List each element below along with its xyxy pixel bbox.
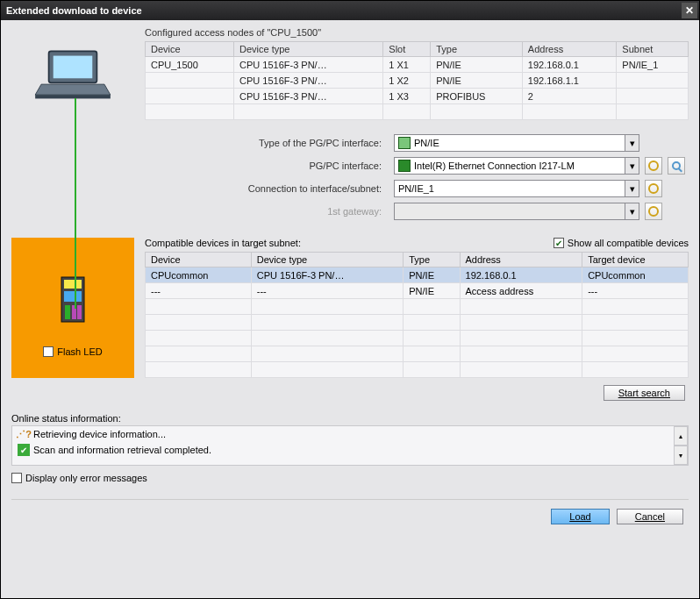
pg-pc-graphic	[11, 27, 134, 120]
checkbox-icon	[43, 346, 54, 357]
pgpc-label: PG/PC interface:	[161, 160, 389, 171]
laptop-icon	[33, 48, 112, 101]
conn-value: PN/IE_1	[398, 183, 434, 194]
table-row[interactable]: CPU 1516F-3 PN/… 1 X2 PN/IE 192.168.1.1	[146, 73, 689, 89]
col-address[interactable]: Address	[460, 253, 582, 267]
checkbox-icon	[11, 473, 22, 483]
col-type[interactable]: Type	[431, 42, 523, 57]
conn-label: Connection to interface/subnet:	[161, 183, 389, 194]
compat-caption: Compatible devices in target subnet:	[145, 238, 301, 248]
conn-config-button[interactable]	[645, 180, 662, 197]
status-text: Scan and information retrieval completed…	[33, 445, 211, 455]
show-all-checkbox[interactable]: ✔ Show all compatible devices	[554, 238, 689, 248]
gateway-config-button[interactable]	[645, 203, 662, 220]
col-address[interactable]: Address	[522, 42, 617, 57]
scroll-up-icon[interactable]: ▴	[674, 426, 688, 446]
nic-icon	[398, 160, 411, 172]
pgpc-find-button[interactable]	[668, 157, 685, 175]
conn-select[interactable]: PN/IE_1 ▾	[394, 180, 639, 197]
table-row	[146, 315, 689, 331]
pnie-icon	[398, 137, 411, 149]
svg-rect-6	[65, 305, 70, 319]
plc-module-icon	[60, 275, 86, 324]
checkbox-icon: ✔	[554, 238, 564, 248]
chevron-down-icon: ▾	[625, 181, 639, 196]
gear-icon	[648, 206, 659, 217]
display-errors-checkbox[interactable]: Display only error messages	[11, 473, 689, 483]
svg-rect-5	[64, 291, 82, 302]
pgpc-value: Intel(R) Ethernet Connection I217-LM	[414, 160, 575, 171]
col-slot[interactable]: Slot	[383, 42, 431, 57]
gear-icon	[648, 183, 659, 194]
table-row[interactable]: --- --- PN/IE Access address ---	[146, 283, 689, 299]
table-row[interactable]: CPU_1500 CPU 1516F-3 PN/… 1 X1 PN/IE 192…	[146, 57, 689, 73]
list-item: ✔ Scan and information retrieval complet…	[12, 442, 688, 458]
cancel-button[interactable]: Cancel	[617, 509, 683, 524]
col-target[interactable]: Target device	[582, 253, 689, 267]
show-all-label: Show all compatible devices	[568, 238, 689, 248]
col-device[interactable]: Device	[146, 253, 252, 267]
table-row[interactable]: CPU 1516F-3 PN/… 1 X3 PROFIBUS 2	[146, 89, 689, 104]
window-title: Extended download to device	[6, 5, 142, 16]
chevron-down-icon: ▾	[625, 158, 639, 174]
connection-line	[75, 98, 76, 309]
col-device-type[interactable]: Device type	[234, 42, 383, 57]
table-row	[146, 346, 689, 362]
scroll-down-icon[interactable]: ▾	[674, 446, 688, 465]
list-item: ⋰? Retrieving device information...	[12, 426, 688, 442]
scrollbar[interactable]: ▴ ▾	[674, 426, 688, 465]
table-row	[146, 104, 689, 120]
check-icon: ✔	[18, 444, 30, 456]
load-button[interactable]: Load	[551, 509, 609, 524]
flash-led-checkbox[interactable]: Flash LED	[43, 346, 102, 357]
gateway-label: 1st gateway:	[161, 206, 389, 217]
chevron-down-icon: ▾	[625, 203, 639, 219]
type-pgpc-label: Type of the PG/PC interface:	[161, 138, 389, 148]
gateway-select: ▾	[394, 203, 639, 220]
svg-rect-8	[77, 305, 82, 319]
target-device-graphic: Flash LED	[11, 238, 134, 378]
table-row	[146, 331, 689, 346]
busy-icon: ⋰?	[18, 428, 30, 440]
start-search-button[interactable]: Start search	[604, 385, 685, 401]
table-row	[146, 299, 689, 315]
svg-rect-4	[64, 280, 82, 289]
display-errors-label: Display only error messages	[25, 473, 147, 483]
table-row[interactable]: CPUcommon CPU 1516F-3 PN/… PN/IE 192.168…	[146, 267, 689, 283]
status-text: Retrieving device information...	[33, 429, 166, 439]
search-icon	[672, 161, 681, 170]
pgpc-config-button[interactable]	[645, 157, 662, 175]
status-list: ⋰? Retrieving device information... ✔ Sc…	[11, 425, 689, 466]
type-pgpc-value: PN/IE	[414, 138, 439, 148]
nodes-table: Device Device type Slot Type Address Sub…	[145, 41, 689, 120]
chevron-down-icon: ▾	[625, 135, 639, 151]
svg-rect-2	[35, 95, 111, 98]
type-pgpc-select[interactable]: PN/IE ▾	[394, 134, 639, 152]
close-icon[interactable]: ✕	[682, 3, 697, 18]
svg-rect-1	[54, 56, 93, 79]
flash-led-label: Flash LED	[57, 346, 102, 357]
nodes-caption: Configured access nodes of "CPU_1500"	[145, 27, 689, 38]
table-row	[146, 362, 689, 378]
pgpc-select[interactable]: Intel(R) Ethernet Connection I217-LM ▾	[394, 157, 639, 175]
col-device[interactable]: Device	[146, 42, 234, 57]
compat-table: Device Device type Type Address Target d…	[145, 252, 689, 378]
status-caption: Online status information:	[11, 413, 689, 424]
col-subnet[interactable]: Subnet	[617, 42, 689, 57]
title-bar: Extended download to device ✕	[1, 1, 699, 20]
gear-icon	[648, 160, 659, 171]
col-device-type[interactable]: Device type	[251, 253, 404, 267]
col-type[interactable]: Type	[404, 253, 460, 267]
